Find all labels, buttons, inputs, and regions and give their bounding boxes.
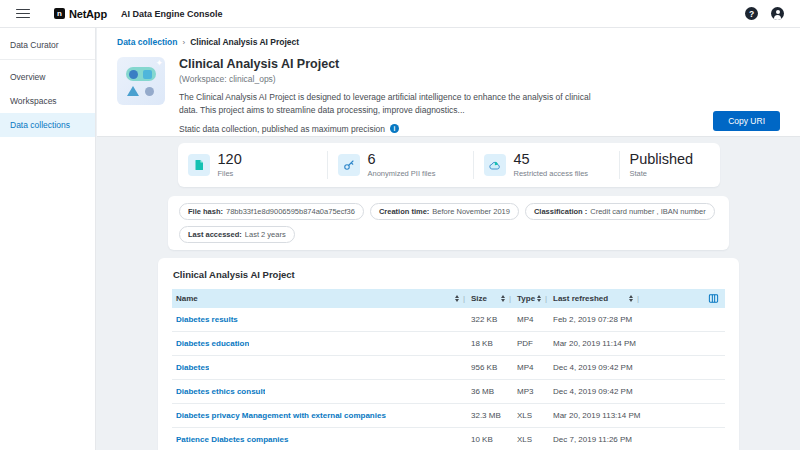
info-icon[interactable]: i xyxy=(390,124,399,133)
user-account-icon[interactable] xyxy=(771,7,784,20)
table-header: Name | Size | Type | Last refreshed | xyxy=(172,289,725,308)
page-title: Clinical Analysis AI Project xyxy=(179,57,611,71)
table-body: Diabetes results 322 KB MP4 Feb 2, 2019 … xyxy=(172,308,725,450)
stat-state-value: Published xyxy=(630,152,694,168)
stat-pii-label: Anonymized PII files xyxy=(368,169,436,178)
table-row: Diabetes education 18 KB PDF Mar 20, 201… xyxy=(172,332,725,356)
file-last-refreshed: Feb 2, 2019 07:28 PM xyxy=(553,315,645,324)
file-name-link[interactable]: Diabetes privacy Management with externa… xyxy=(176,411,386,420)
help-icon[interactable]: ? xyxy=(745,7,758,20)
file-size: 36 MB xyxy=(471,387,517,396)
cloud-icon xyxy=(484,154,506,176)
sparkle-icon: ✦ xyxy=(155,58,163,68)
stat-anonymized-pii: 6 Anonymized PII files xyxy=(328,151,474,179)
file-type: XLS xyxy=(517,411,553,420)
top-bar: n NetApp AI Data Engine Console ? xyxy=(0,0,800,28)
stat-pii-value: 6 xyxy=(368,152,436,168)
sort-size-button[interactable] xyxy=(501,295,505,303)
chip-file-hash-label: File hash: xyxy=(188,207,223,216)
chip-classification-label: Classification : xyxy=(534,207,587,216)
file-type: MP4 xyxy=(517,315,553,324)
chip-file-hash-value: 78bb33f1e8d9006595b874a0a75ecf36 xyxy=(226,207,355,216)
sort-type-button[interactable] xyxy=(537,295,541,303)
file-type: MP3 xyxy=(517,387,553,396)
file-name-link[interactable]: Diabetes xyxy=(176,363,209,372)
breadcrumb: Data collection › Clinical Analysis AI P… xyxy=(117,37,780,47)
chip-classification-value: Credit card number , IBAN number xyxy=(590,207,705,216)
metadata-chips: File hash: 78bb33f1e8d9006595b874a0a75ec… xyxy=(168,196,729,250)
file-last-refreshed: Dec 4, 2019 09:42 PM xyxy=(553,363,645,372)
sidebar: Data Curator Overview Workspaces Data co… xyxy=(0,28,96,450)
stat-files-value: 120 xyxy=(218,152,242,168)
menu-icon[interactable] xyxy=(16,9,30,19)
table-row: Patience Diabetes companies 10 KB XLS De… xyxy=(172,428,725,450)
file-type: PDF xyxy=(517,339,553,348)
file-name-link[interactable]: Patience Diabetes companies xyxy=(176,435,289,444)
breadcrumb-data-collection-link[interactable]: Data collection xyxy=(117,37,177,47)
file-last-refreshed: Dec 4, 2019 09:42 PM xyxy=(553,387,645,396)
file-size: 10 KB xyxy=(471,435,517,444)
file-name-link[interactable]: Diabetes education xyxy=(176,339,249,348)
files-table-card: Clinical Analysis AI Project Name | Size… xyxy=(158,258,739,450)
column-settings-icon[interactable] xyxy=(708,293,719,304)
sidebar-item-overview[interactable]: Overview xyxy=(0,65,95,89)
stats-card: 120 Files 6 Anonymized PII files 45 xyxy=(178,143,720,187)
chip-last-accessed-value: Last 2 years xyxy=(245,230,286,239)
sort-name-button[interactable] xyxy=(455,295,459,303)
stat-state-label: State xyxy=(630,169,694,178)
stat-files: 120 Files xyxy=(178,151,328,179)
copy-uri-button[interactable]: Copy URI xyxy=(713,111,780,131)
file-type: XLS xyxy=(517,435,553,444)
workspace-label: (Workspace: clinical_ops) xyxy=(179,74,611,84)
file-size: 18 KB xyxy=(471,339,517,348)
content-area: 120 Files 6 Anonymized PII files 45 xyxy=(97,137,800,450)
project-description: The Clinical Analysis AI Project is desi… xyxy=(179,91,611,117)
table-row: Diabetes ethics consult 36 MB MP3 Dec 4,… xyxy=(172,380,725,404)
chip-classification: Classification : Credit card number , IB… xyxy=(525,203,715,220)
netapp-logo-mark: n xyxy=(54,8,65,19)
file-last-refreshed: Dec 7, 2019 11:26 PM xyxy=(553,435,645,444)
project-header: Data collection › Clinical Analysis AI P… xyxy=(97,28,800,137)
chip-last-accessed-label: Last accessed: xyxy=(188,230,242,239)
static-collection-note: Static data collection, published as max… xyxy=(179,124,385,134)
chip-creation-time-value: Before November 2019 xyxy=(432,207,510,216)
sort-last-refreshed-button[interactable] xyxy=(629,295,633,303)
brand-name: NetApp xyxy=(69,8,107,20)
main-area: Data collection › Clinical Analysis AI P… xyxy=(97,28,800,450)
table-section-title: Clinical Analysis AI Project xyxy=(172,258,725,289)
col-header-type: Type xyxy=(517,294,535,303)
sidebar-section-data-curator: Data Curator xyxy=(0,28,95,60)
file-last-refreshed: Mar 20, 2019 11:14 PM xyxy=(553,339,645,348)
breadcrumb-current: Clinical Analysis AI Project xyxy=(190,37,299,47)
stat-restricted-access: 45 Restricted access files xyxy=(474,151,620,179)
file-size: 956 KB xyxy=(471,363,517,372)
app-title: AI Data Engine Console xyxy=(121,9,223,19)
netapp-logo: n NetApp xyxy=(54,8,107,20)
file-name-link[interactable]: Diabetes ethics consult xyxy=(176,387,265,396)
sidebar-item-data-collections[interactable]: Data collections xyxy=(0,113,95,137)
col-header-size: Size xyxy=(471,294,487,303)
file-size: 32.3 MB xyxy=(471,411,517,420)
project-thumbnail: ✦ xyxy=(117,57,165,105)
stat-state: Published State xyxy=(620,151,720,179)
file-last-refreshed: Mar 20, 2019 113:14 PM xyxy=(553,411,645,420)
table-row: Diabetes privacy Management with externa… xyxy=(172,404,725,428)
file-size: 322 KB xyxy=(471,315,517,324)
key-icon xyxy=(338,154,360,176)
col-header-last-refreshed: Last refreshed xyxy=(553,294,608,303)
sidebar-item-workspaces[interactable]: Workspaces xyxy=(0,89,95,113)
breadcrumb-separator: › xyxy=(182,38,185,47)
file-name-link[interactable]: Diabetes results xyxy=(176,315,238,324)
stat-restricted-label: Restricted access files xyxy=(514,169,589,178)
stat-files-label: Files xyxy=(218,169,242,178)
chip-last-accessed: Last accessed: Last 2 years xyxy=(179,226,295,243)
stat-restricted-value: 45 xyxy=(514,152,589,168)
chip-file-hash: File hash: 78bb33f1e8d9006595b874a0a75ec… xyxy=(179,203,364,220)
table-row: Diabetes 956 KB MP4 Dec 4, 2019 09:42 PM xyxy=(172,356,725,380)
chip-creation-time: Creation time: Before November 2019 xyxy=(370,203,519,220)
file-type: MP4 xyxy=(517,363,553,372)
col-header-name: Name xyxy=(176,294,198,303)
chip-creation-time-label: Creation time: xyxy=(379,207,429,216)
table-row: Diabetes results 322 KB MP4 Feb 2, 2019 … xyxy=(172,308,725,332)
file-icon xyxy=(188,154,210,176)
